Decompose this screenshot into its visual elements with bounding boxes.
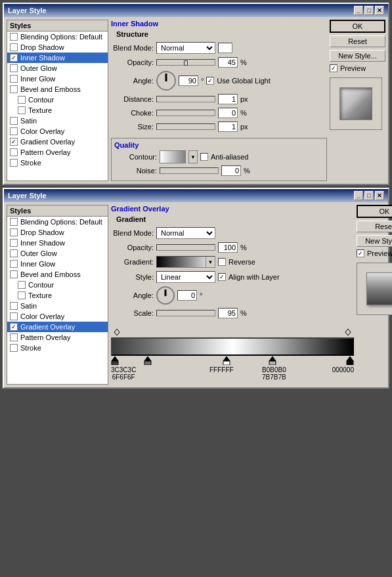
reset-button-1[interactable]: Reset — [330, 35, 385, 47]
sidebar2-item-inner-glow[interactable]: Inner Glow — [7, 259, 108, 269]
cb2-bevel-emboss[interactable] — [10, 270, 18, 278]
sidebar-item-bevel-emboss[interactable]: Bevel and Emboss — [7, 84, 108, 95]
scale-slider[interactable] — [156, 310, 215, 316]
cb-color-overlay[interactable] — [10, 127, 18, 135]
style-select[interactable]: Linear — [156, 271, 215, 283]
cb2-texture[interactable] — [18, 291, 26, 299]
cb-blending[interactable] — [10, 33, 18, 41]
sidebar-item-stroke[interactable]: Stroke — [7, 158, 108, 168]
angle-dial[interactable] — [156, 71, 176, 91]
gradient-bar-select[interactable]: ▼ — [156, 256, 215, 268]
cb-outer-glow[interactable] — [10, 64, 18, 72]
choke-input[interactable]: 0 — [218, 108, 238, 118]
sidebar-item-contour[interactable]: Contour — [7, 95, 108, 105]
color-stop-4[interactable] — [269, 356, 276, 366]
size-input[interactable]: 1 — [218, 121, 238, 132]
cb-texture[interactable] — [18, 106, 26, 114]
cb2-color-overlay[interactable] — [10, 312, 18, 320]
cb-reverse[interactable] — [218, 258, 226, 266]
opacity-slider-2[interactable] — [156, 244, 215, 251]
sidebar2-item-blending[interactable]: Blending Options: Default — [7, 217, 108, 227]
sidebar2-item-texture[interactable]: Texture — [7, 290, 108, 301]
color-stop-3[interactable] — [223, 356, 230, 366]
ok-button-2[interactable]: OK — [357, 205, 392, 218]
distance-slider[interactable] — [156, 96, 215, 102]
stop-handle-top-right[interactable] — [345, 328, 351, 336]
opacity-input[interactable]: 45 — [218, 57, 238, 68]
color-stop-5[interactable] — [346, 356, 354, 366]
cb-anti-aliased[interactable] — [200, 153, 208, 161]
blend-color-box[interactable] — [218, 43, 232, 53]
cb-global-light[interactable] — [206, 77, 214, 85]
color-stop-1[interactable] — [111, 356, 119, 366]
minimize-button-2[interactable]: _ — [354, 191, 363, 200]
sidebar-item-outer-glow[interactable]: Outer Glow — [7, 63, 108, 74]
sidebar-item-satin[interactable]: Satin — [7, 116, 108, 126]
cb2-outer-glow[interactable] — [10, 249, 18, 257]
angle-input[interactable]: 90 — [179, 75, 198, 86]
new-style-button-1[interactable]: New Style... — [330, 50, 385, 62]
blend-mode-select[interactable]: Normal — [156, 42, 215, 54]
distance-input[interactable]: 1 — [218, 94, 238, 104]
sidebar2-item-color-overlay[interactable]: Color Overlay — [7, 311, 108, 322]
sidebar-item-pattern-overlay[interactable]: Pattern Overlay — [7, 147, 108, 158]
cb2-contour[interactable] — [18, 281, 26, 289]
cb-bevel-emboss[interactable] — [10, 85, 18, 93]
close-button[interactable]: ✕ — [375, 6, 384, 15]
opacity-slider[interactable] — [156, 59, 215, 66]
cb-contour[interactable] — [18, 96, 26, 104]
cb-drop-shadow[interactable] — [10, 43, 18, 51]
sidebar-item-blending[interactable]: Blending Options: Default — [7, 32, 108, 42]
cb-stroke[interactable] — [10, 159, 18, 167]
cb-gradient-overlay[interactable] — [10, 138, 18, 146]
opacity-input-2[interactable]: 100 — [218, 242, 238, 253]
cb-preview-1[interactable] — [330, 64, 338, 72]
gradient-preview-bar[interactable] — [111, 337, 354, 356]
noise-slider[interactable] — [160, 167, 219, 174]
cb-align-layer[interactable] — [218, 273, 226, 281]
cb2-pattern-overlay[interactable] — [10, 333, 18, 341]
cb2-gradient-overlay[interactable] — [10, 323, 18, 331]
cb-inner-shadow[interactable] — [10, 54, 18, 62]
choke-slider[interactable] — [156, 110, 215, 116]
sidebar2-item-bevel-emboss[interactable]: Bevel and Emboss — [7, 269, 108, 280]
cb-satin[interactable] — [10, 117, 18, 125]
maximize-button-2[interactable]: □ — [364, 191, 374, 200]
sidebar-item-gradient-overlay[interactable]: Gradient Overlay — [7, 137, 108, 147]
minimize-button[interactable]: _ — [354, 6, 363, 15]
sidebar2-item-contour[interactable]: Contour — [7, 280, 108, 290]
sidebar2-item-drop-shadow[interactable]: Drop Shadow — [7, 227, 108, 238]
sidebar2-item-inner-shadow[interactable]: Inner Shadow — [7, 238, 108, 248]
cb2-satin[interactable] — [10, 302, 18, 310]
gradient-dropdown-arrow[interactable]: ▼ — [206, 257, 215, 267]
stop-handle-top-left[interactable] — [114, 328, 120, 336]
sidebar2-item-pattern-overlay[interactable]: Pattern Overlay — [7, 332, 108, 343]
sidebar2-item-gradient-overlay[interactable]: Gradient Overlay — [7, 322, 108, 332]
sidebar-item-drop-shadow[interactable]: Drop Shadow — [7, 42, 108, 53]
cb2-inner-shadow[interactable] — [10, 239, 18, 247]
maximize-button[interactable]: □ — [364, 6, 374, 15]
close-button-2[interactable]: ✕ — [375, 191, 384, 200]
cb2-inner-glow[interactable] — [10, 260, 18, 268]
scale-input[interactable]: 95 — [218, 308, 238, 318]
noise-input[interactable]: 0 — [221, 165, 241, 176]
contour-dropdown[interactable]: ▼ — [188, 150, 198, 163]
cb2-drop-shadow[interactable] — [10, 228, 18, 236]
cb-pattern-overlay[interactable] — [10, 148, 18, 156]
new-style-button-2[interactable]: New Style... — [357, 235, 392, 247]
angle-input-2[interactable]: 0 — [177, 290, 197, 301]
angle-dial-2[interactable] — [156, 286, 175, 305]
cb2-stroke[interactable] — [10, 344, 18, 352]
sidebar-item-texture[interactable]: Texture — [7, 105, 108, 116]
contour-preview[interactable] — [160, 150, 186, 163]
sidebar-item-inner-shadow[interactable]: Inner Shadow — [7, 53, 108, 63]
sidebar2-item-outer-glow[interactable]: Outer Glow — [7, 248, 108, 259]
color-stop-2[interactable] — [144, 356, 152, 366]
blend-mode-select-2[interactable]: Normal — [156, 227, 215, 239]
ok-button-1[interactable]: OK — [330, 20, 385, 33]
cb2-blending[interactable] — [10, 218, 18, 226]
sidebar2-item-stroke[interactable]: Stroke — [7, 343, 108, 353]
sidebar2-item-satin[interactable]: Satin — [7, 301, 108, 311]
reset-button-2[interactable]: Reset — [357, 221, 392, 232]
sidebar-item-inner-glow[interactable]: Inner Glow — [7, 74, 108, 84]
